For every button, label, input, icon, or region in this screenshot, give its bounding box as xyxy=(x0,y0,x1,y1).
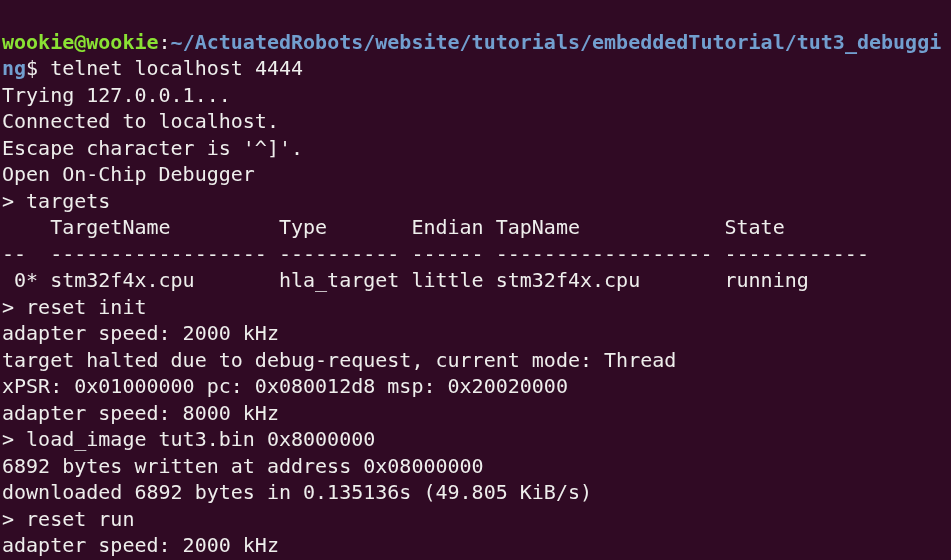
output-line: Open On-Chip Debugger xyxy=(2,162,255,186)
output-line: Escape character is '^]'. xyxy=(2,136,303,160)
output-line: adapter speed: 8000 kHz xyxy=(2,401,279,425)
output-line: 6892 bytes written at address 0x08000000 xyxy=(2,454,484,478)
output-line: xPSR: 0x01000000 pc: 0x080012d8 msp: 0x2… xyxy=(2,374,568,398)
output-line: adapter speed: 2000 kHz xyxy=(2,533,279,557)
prompt-user-host: wookie@wookie xyxy=(2,30,159,54)
prompt-separator: : xyxy=(159,30,171,54)
output-line: target halted due to debug-request, curr… xyxy=(2,348,688,372)
table-row: 0* stm32f4x.cpu hla_target little stm32f… xyxy=(2,268,809,292)
table-header: TargetName Type Endian TapName State xyxy=(2,215,869,239)
output-line: Trying 127.0.0.1... xyxy=(2,83,231,107)
output-line: Connected to localhost. xyxy=(2,109,279,133)
output-line: > targets xyxy=(2,189,110,213)
output-line: > reset run xyxy=(2,507,134,531)
output-line: adapter speed: 2000 kHz xyxy=(2,321,279,345)
table-divider: -- ------------------ ---------- ------ … xyxy=(2,242,869,266)
output-line: downloaded 6892 bytes in 0.135136s (49.8… xyxy=(2,480,592,504)
terminal[interactable]: wookie@wookie:~/ActuatedRobots/website/t… xyxy=(0,0,951,560)
prompt-path-cont: ng xyxy=(2,56,26,80)
prompt-path: ~/ActuatedRobots/website/tutorials/embed… xyxy=(171,30,942,54)
command-input[interactable]: telnet localhost 4444 xyxy=(50,56,303,80)
output-line: > reset init xyxy=(2,295,147,319)
output-line: > load_image tut3.bin 0x8000000 xyxy=(2,427,375,451)
prompt-symbol: $ xyxy=(26,56,50,80)
